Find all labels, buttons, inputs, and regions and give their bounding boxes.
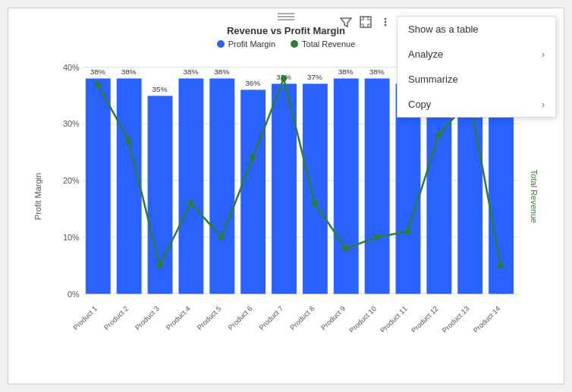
legend-label-profit: Profit Margin (228, 39, 275, 49)
svg-point-41 (385, 18, 387, 20)
svg-text:37%: 37% (307, 73, 322, 81)
bar-product-13 (457, 96, 482, 293)
bar-product-6 (240, 89, 266, 293)
svg-rect-40 (360, 17, 371, 27)
context-menu-show-table-label: Show as a table (408, 24, 479, 35)
svg-text:38%: 38% (214, 68, 229, 77)
svg-text:Product 7: Product 7 (257, 304, 284, 331)
svg-text:Product 2: Product 2 (102, 304, 130, 331)
svg-text:Product 14: Product 14 (471, 304, 501, 332)
revenue-dot-12 (435, 132, 442, 138)
svg-text:Product 9: Product 9 (319, 304, 347, 331)
revenue-dot-2 (126, 138, 132, 144)
svg-text:Product 6: Product 6 (226, 304, 253, 331)
revenue-dot-11 (404, 228, 410, 234)
filter-icon[interactable] (338, 14, 354, 30)
svg-text:38%: 38% (338, 68, 354, 77)
svg-text:20%: 20% (63, 176, 80, 185)
bar-product-2 (117, 78, 142, 293)
svg-text:Product 3: Product 3 (134, 304, 161, 331)
svg-text:35%: 35% (152, 85, 168, 93)
svg-text:Product 12: Product 12 (410, 304, 440, 332)
chart-container: Revenue vs Profit Margin Profit Margin T… (8, 8, 564, 384)
legend-item-profit-margin: Profit Margin (217, 39, 275, 49)
svg-text:Product 5: Product 5 (195, 304, 222, 331)
context-menu: Show as a table Analyze › Summarize Copy… (397, 16, 556, 118)
context-menu-analyze[interactable]: Analyze › (398, 42, 555, 67)
svg-text:10%: 10% (63, 233, 80, 242)
revenue-dot-5 (218, 234, 225, 240)
svg-text:Product 10: Product 10 (347, 304, 378, 332)
revenue-dot-8 (312, 200, 318, 206)
legend-dot-profit (217, 40, 225, 48)
svg-point-42 (385, 21, 387, 24)
chart-toolbar (338, 14, 393, 30)
bar-product-8 (303, 83, 328, 293)
y-axis-left-label: Profit Margin (33, 172, 42, 219)
bar-product-4 (178, 78, 203, 293)
svg-text:0%: 0% (68, 290, 80, 299)
revenue-dot-3 (157, 262, 163, 268)
bar-product-5 (209, 78, 234, 293)
svg-text:Product 8: Product 8 (288, 304, 316, 331)
svg-text:38%: 38% (90, 68, 105, 77)
context-menu-summarize-label: Summarize (408, 74, 458, 85)
revenue-dot-14 (498, 262, 504, 268)
legend-item-total-revenue: Total Revenue (291, 39, 355, 49)
svg-text:Product 11: Product 11 (379, 304, 409, 332)
svg-text:30%: 30% (63, 119, 80, 128)
bar-product-10 (365, 78, 390, 293)
context-menu-show-table[interactable]: Show as a table (398, 17, 555, 42)
revenue-dot-1 (95, 81, 101, 87)
revenue-dot-9 (343, 246, 349, 252)
legend-label-revenue: Total Revenue (302, 39, 355, 49)
bar-product-9 (334, 78, 359, 293)
svg-text:40%: 40% (63, 63, 80, 72)
context-menu-analyze-label: Analyze (408, 49, 443, 60)
revenue-dot-6 (250, 155, 256, 161)
chevron-right-copy-icon: › (542, 99, 545, 110)
svg-text:Product 13: Product 13 (441, 304, 471, 332)
legend-dot-revenue (291, 40, 298, 48)
bar-product-1 (86, 78, 111, 293)
revenue-dot-7 (281, 75, 287, 81)
svg-point-43 (385, 24, 387, 27)
revenue-dot-4 (187, 200, 193, 206)
svg-text:Product 4: Product 4 (164, 304, 191, 331)
context-menu-copy-label: Copy (408, 99, 431, 110)
svg-text:38%: 38% (183, 68, 198, 77)
context-menu-summarize[interactable]: Summarize (398, 67, 555, 92)
chevron-right-icon: › (542, 49, 545, 60)
revenue-dot-10 (374, 234, 380, 240)
svg-text:38%: 38% (121, 68, 137, 77)
y-axis-right-label: Total Revenue (530, 169, 539, 222)
svg-text:Product 1: Product 1 (71, 304, 99, 331)
more-icon[interactable] (378, 14, 393, 30)
svg-text:38%: 38% (369, 68, 385, 77)
context-menu-copy[interactable]: Copy › (398, 92, 555, 117)
svg-text:36%: 36% (245, 79, 260, 87)
drag-handle[interactable] (275, 13, 297, 20)
expand-icon[interactable] (358, 14, 373, 30)
